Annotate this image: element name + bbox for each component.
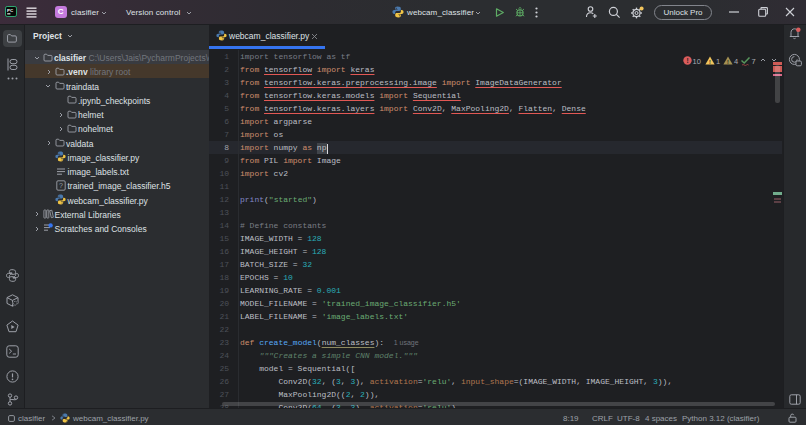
svg-text:PC: PC: [7, 8, 14, 13]
svg-text:!: !: [709, 58, 711, 64]
svg-text:?: ?: [59, 182, 63, 189]
svg-text:!: !: [727, 58, 729, 64]
svg-text:!: !: [686, 56, 688, 63]
